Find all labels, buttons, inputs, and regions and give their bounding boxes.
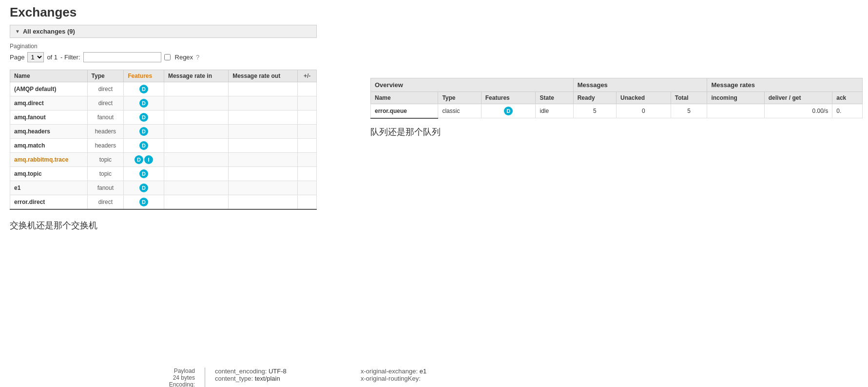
q-col-incoming: incoming: [707, 92, 764, 104]
message-payload-section: Payload 24 bytes Encoding: string conten…: [10, 368, 244, 387]
exchange-row-rate-out: [229, 195, 298, 210]
exchange-row-rate-out: [229, 125, 298, 139]
q-col-total: Total: [671, 92, 707, 104]
exchange-row-plus-minus: [298, 153, 317, 167]
exchange-row-features: D: [124, 125, 164, 139]
exchange-row-type: fanout: [87, 181, 124, 195]
exchange-row-name: amq.headers: [10, 125, 88, 139]
regex-label: Regex: [175, 54, 193, 61]
exchange-row-name: error.direct: [10, 195, 88, 210]
payload-label: Payload: [156, 368, 195, 374]
all-exchanges-header[interactable]: ▼ All exchanges (9): [10, 25, 317, 38]
page-select[interactable]: 1: [27, 52, 44, 62]
exchange-row-rate-out: [229, 181, 298, 195]
exchange-row-rate-in: [164, 195, 228, 210]
exchange-row-rate-in: [164, 181, 228, 195]
q-col-ready: Ready: [573, 92, 616, 104]
queue-row-type: classic: [438, 104, 481, 118]
exchange-row-rate-in: [164, 125, 228, 139]
page-title: Exchanges: [10, 5, 858, 20]
col-plus-minus[interactable]: +/-: [298, 70, 317, 82]
exchanges-table: Name Type Features Message rate in Messa…: [10, 70, 317, 210]
exchange-row-name: amq.topic: [10, 167, 88, 181]
queues-table: Overview Messages Message rates Name Typ…: [370, 78, 863, 119]
col-rate-out: Message rate out: [229, 70, 298, 82]
exchange-row-plus-minus: [298, 111, 317, 125]
exchange-row-rate-out: [229, 82, 298, 96]
payload-size: 24 bytes: [156, 374, 195, 381]
field-label-type: content_type:: [215, 375, 255, 382]
col-features: Features: [124, 70, 164, 82]
exchange-row-features: D: [124, 195, 164, 210]
q-col-name: Name: [371, 92, 438, 104]
exchange-row-type: topic: [87, 167, 124, 181]
exchange-row-name: amq.match: [10, 139, 88, 153]
exchange-row-type: fanout: [87, 111, 124, 125]
exchange-row-type: direct: [87, 82, 124, 96]
exchange-row-name: amq.direct: [10, 96, 88, 111]
queue-row-name[interactable]: error.queue: [371, 104, 438, 118]
exchange-row-name[interactable]: amq.rabbitmq.trace: [10, 153, 88, 167]
x-exchange-label: x-original-exchange:: [361, 368, 420, 375]
col-rate-in: Message rate in: [164, 70, 228, 82]
filter-input[interactable]: [83, 52, 161, 62]
field-content-type: content_type: text/plain: [215, 375, 312, 382]
exchange-row-features: D: [124, 96, 164, 111]
exchange-row-features: D: [124, 167, 164, 181]
exchange-row-features: DI: [124, 153, 164, 167]
exchange-row-type: topic: [87, 153, 124, 167]
exchange-row-plus-minus: [298, 125, 317, 139]
exchange-row-rate-in: [164, 82, 228, 96]
exchange-row-rate-in: [164, 167, 228, 181]
q-col-ack: ack: [832, 92, 863, 104]
exchange-row-features: D: [124, 139, 164, 153]
queues-panel: Overview Messages Message rates Name Typ…: [370, 78, 863, 138]
exchange-row-plus-minus: [298, 167, 317, 181]
q-col-deliver-get: deliver / get: [764, 92, 832, 104]
queue-row-features: D: [481, 104, 536, 118]
all-exchanges-label: All exchanges (9): [23, 28, 75, 35]
group-overview: Overview: [371, 78, 574, 92]
x-original-routing-key: x-original-routingKey:: [361, 375, 426, 382]
of-1-text: of 1: [47, 54, 58, 61]
exchange-row-rate-out: [229, 153, 298, 167]
exchange-row-rate-in: [164, 139, 228, 153]
queue-row-total: 5: [671, 104, 707, 118]
pagination-label: Pagination: [10, 43, 858, 50]
regex-checkbox[interactable]: [164, 54, 171, 60]
filter-label: - Filter:: [60, 54, 80, 61]
queue-row-ready: 5: [573, 104, 616, 118]
col-name: Name: [10, 70, 88, 82]
x-original-exchange: x-original-exchange: e1: [361, 368, 426, 375]
exchange-row-type: direct: [87, 195, 124, 210]
x-fields-section: x-original-exchange: e1 x-original-routi…: [361, 368, 426, 382]
exchange-row-plus-minus: [298, 139, 317, 153]
queue-row-incoming: [707, 104, 764, 118]
col-type: Type: [87, 70, 124, 82]
exchange-comment: 交换机还是那个交换机: [10, 220, 858, 231]
group-message-rates: Message rates: [707, 78, 863, 92]
exchange-row-plus-minus: [298, 96, 317, 111]
page-text: Page: [10, 54, 24, 61]
exchange-row-name: e1: [10, 181, 88, 195]
q-col-type: Type: [438, 92, 481, 104]
field-value-encoding: UTF-8: [269, 368, 287, 375]
q-col-unacked: Unacked: [617, 92, 671, 104]
x-exchange-value: e1: [420, 368, 426, 375]
queue-row-ack: 0.: [832, 104, 863, 118]
exchange-row-rate-in: [164, 153, 228, 167]
exchange-row-rate-out: [229, 167, 298, 181]
queue-row-state: idle: [536, 104, 573, 118]
exchange-row-rate-out: [229, 111, 298, 125]
exchange-row-plus-minus: [298, 195, 317, 210]
question-icon[interactable]: ?: [196, 54, 199, 61]
exchange-row-plus-minus: [298, 82, 317, 96]
q-col-state: State: [536, 92, 573, 104]
exchange-row-plus-minus: [298, 181, 317, 195]
bottom-section: Payload 24 bytes Encoding: string conten…: [10, 368, 858, 387]
q-col-features: Features: [481, 92, 536, 104]
exchange-row-features: D: [124, 111, 164, 125]
exchange-row-name: amq.fanout: [10, 111, 88, 125]
message-fields-section: content_encoding: UTF-8 content_type: te…: [205, 368, 312, 387]
queue-row-deliver-get: 0.00/s: [764, 104, 832, 118]
